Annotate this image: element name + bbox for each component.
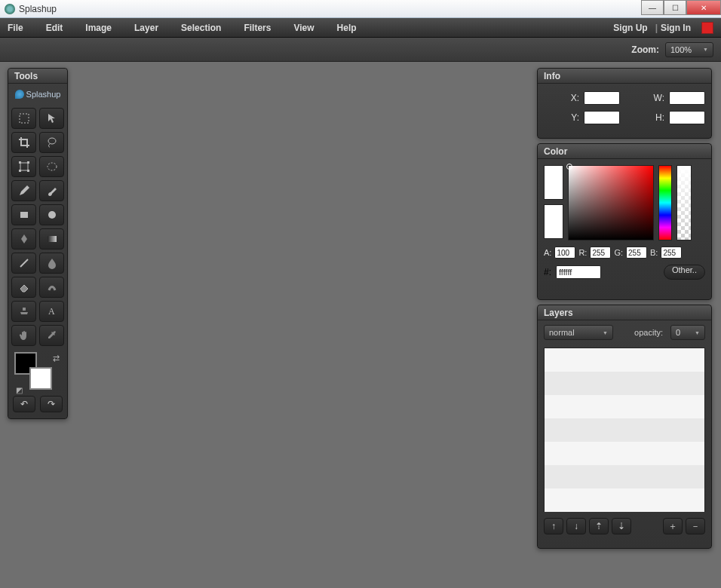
- b-label: B:: [650, 248, 658, 257]
- move-tool[interactable]: [39, 108, 64, 129]
- layers-list[interactable]: [544, 348, 705, 512]
- menu-edit[interactable]: Edit: [46, 23, 63, 33]
- menu-file[interactable]: File: [8, 23, 23, 33]
- close-button[interactable]: ✕: [686, 0, 721, 15]
- undo-button[interactable]: ↶: [13, 396, 35, 412]
- alpha-slider[interactable]: [677, 165, 692, 240]
- layer-move-down-button[interactable]: ↓: [566, 518, 586, 534]
- saturation-value-picker[interactable]: [568, 165, 654, 240]
- gradient-tool[interactable]: [39, 228, 64, 250]
- swap-colors-icon[interactable]: ⇄: [53, 354, 60, 363]
- info-y-input[interactable]: [584, 111, 620, 124]
- zoom-select[interactable]: 100%: [665, 42, 713, 57]
- layer-row[interactable]: [545, 395, 704, 418]
- clone-stamp-tool[interactable]: [11, 301, 36, 322]
- layer-add-button[interactable]: ＋: [663, 518, 683, 534]
- layer-row[interactable]: [545, 488, 704, 512]
- menu-view[interactable]: View: [293, 23, 314, 33]
- rectangle-shape-tool[interactable]: [11, 204, 36, 225]
- info-panel: Info X: W: Y: H:: [537, 68, 712, 139]
- g-label: G:: [614, 248, 623, 257]
- svg-rect-3: [27, 161, 29, 164]
- g-input[interactable]: [626, 247, 647, 259]
- options-bar: Zoom: 100%: [0, 38, 721, 62]
- sv-cursor-icon: [566, 164, 572, 170]
- layer-row[interactable]: [545, 465, 704, 488]
- layer-row[interactable]: [545, 372, 704, 395]
- layer-row[interactable]: [545, 418, 704, 442]
- transform-tool[interactable]: [11, 156, 36, 177]
- info-w-label: W:: [654, 93, 664, 103]
- smudge-tool[interactable]: [39, 277, 64, 298]
- pencil-tool[interactable]: [11, 180, 36, 201]
- info-x-input[interactable]: [584, 91, 620, 105]
- svg-point-8: [48, 211, 56, 219]
- sign-up-link[interactable]: Sign Up: [613, 23, 647, 33]
- svg-rect-5: [27, 170, 29, 172]
- layer-delete-button[interactable]: －: [686, 518, 705, 534]
- brush-tool[interactable]: [39, 180, 64, 201]
- background-swatch[interactable]: [29, 367, 52, 390]
- hand-tool[interactable]: [11, 325, 36, 346]
- eyedropper-tool[interactable]: [39, 325, 64, 346]
- app-icon: [5, 4, 15, 14]
- hex-input[interactable]: [556, 265, 601, 279]
- layer-merge-up-button[interactable]: ⇡: [589, 518, 609, 534]
- menu-image[interactable]: Image: [85, 23, 112, 33]
- ellipse-select-tool[interactable]: [39, 156, 64, 177]
- marquee-select-tool[interactable]: [11, 108, 36, 129]
- logo-icon: [15, 90, 24, 99]
- info-panel-header[interactable]: Info: [538, 69, 711, 84]
- record-icon[interactable]: [701, 22, 713, 34]
- tools-panel-header[interactable]: Tools: [8, 69, 67, 84]
- layer-move-up-button[interactable]: ↑: [544, 518, 563, 534]
- menu-selection[interactable]: Selection: [181, 23, 221, 33]
- crop-tool[interactable]: [11, 132, 36, 153]
- text-tool[interactable]: A: [39, 301, 64, 322]
- other-color-button[interactable]: Other..: [664, 265, 705, 280]
- layer-row[interactable]: [545, 442, 704, 465]
- color-panel-header[interactable]: Color: [538, 144, 711, 159]
- menu-help[interactable]: Help: [337, 23, 357, 33]
- b-input[interactable]: [661, 247, 682, 259]
- hex-label: #:: [544, 267, 551, 277]
- layer-merge-down-button[interactable]: ⇣: [612, 518, 631, 534]
- redo-button[interactable]: ↷: [40, 396, 63, 412]
- os-titlebar: Splashup — ☐ ✕: [0, 0, 721, 18]
- info-y-label: Y:: [571, 112, 579, 123]
- line-tool[interactable]: [11, 253, 36, 274]
- layers-footer: ↑ ↓ ⇡ ⇣ ＋ －: [538, 515, 711, 541]
- info-w-input[interactable]: [669, 91, 705, 105]
- svg-point-6: [48, 163, 57, 170]
- color-panel: Color A: R: G: B:: [537, 143, 712, 300]
- info-x-label: X:: [571, 93, 579, 103]
- layers-panel-header[interactable]: Layers: [538, 305, 711, 320]
- sign-in-link[interactable]: Sign In: [661, 23, 691, 33]
- rounded-rectangle-tool[interactable]: [11, 228, 36, 250]
- color-bg-swatch[interactable]: [544, 204, 563, 239]
- blur-tool[interactable]: [39, 253, 64, 274]
- r-input[interactable]: [590, 247, 611, 259]
- hue-slider[interactable]: [658, 165, 672, 240]
- window-controls: — ☐ ✕: [641, 0, 721, 15]
- menu-layer[interactable]: Layer: [134, 23, 158, 33]
- minimize-button[interactable]: —: [641, 0, 664, 15]
- info-h-input[interactable]: [669, 111, 705, 124]
- blend-mode-select[interactable]: normal: [544, 325, 613, 340]
- zoom-value: 100%: [670, 45, 692, 54]
- tool-grid: A: [8, 105, 67, 349]
- a-input[interactable]: [554, 247, 575, 259]
- logo-text: Splashup: [26, 90, 61, 99]
- color-swatches: ⇄ ◩: [8, 349, 67, 396]
- lasso-tool[interactable]: [39, 132, 64, 153]
- eraser-tool[interactable]: [11, 277, 36, 298]
- color-fg-swatch[interactable]: [544, 165, 563, 200]
- svg-rect-4: [19, 170, 21, 172]
- opacity-select[interactable]: 0: [670, 325, 705, 340]
- default-colors-icon[interactable]: ◩: [16, 386, 23, 394]
- svg-rect-7: [20, 212, 28, 218]
- layer-row[interactable]: [545, 348, 704, 372]
- menu-filters[interactable]: Filters: [244, 23, 271, 33]
- maximize-button[interactable]: ☐: [664, 0, 686, 15]
- ellipse-shape-tool[interactable]: [39, 204, 64, 225]
